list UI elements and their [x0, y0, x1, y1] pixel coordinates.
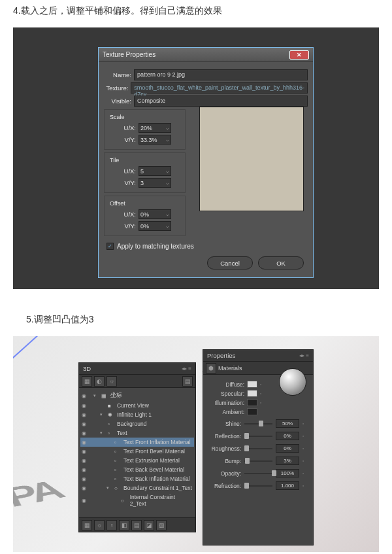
tree-item[interactable]: ◉▫Text Back Inflation Material	[80, 474, 194, 483]
tree-item[interactable]: ◉▾▦坐标	[80, 390, 194, 401]
tree-item[interactable]: ◉▾○Boundary Constraint 1_Text	[80, 483, 194, 493]
name-input[interactable]: pattern oro 9 2.jpg	[134, 69, 308, 80]
dialog-titlebar[interactable]: Texture Properties ✕	[99, 48, 313, 62]
folder-icon[interactable]: ▫	[302, 421, 308, 426]
folder-icon[interactable]: ▫	[260, 391, 265, 396]
diffuse-swatch[interactable]	[247, 381, 257, 388]
bump-row: Bump:3%▫	[208, 457, 308, 465]
visibility-icon[interactable]: ◉	[82, 449, 88, 455]
panel-properties: Properties◂▸ ≡ ⬢ Materials Diffuse:▫ Spe…	[203, 349, 314, 545]
visibility-icon[interactable]: ◉	[82, 430, 88, 436]
offset-group: Offset U/X:0% V/Y:0%	[104, 196, 186, 236]
tree-item[interactable]: ◉▫Text Back Bevel Material	[80, 465, 194, 474]
materials-icon[interactable]: ⬢	[206, 363, 216, 373]
folder-icon[interactable]: ▫	[260, 382, 265, 387]
tree-item[interactable]: ◉▫Text Extrusion Material	[80, 456, 194, 465]
texture-preview	[199, 107, 304, 211]
visible-select[interactable]: Composite	[134, 95, 308, 107]
reflection-row: Reflection:0%▫	[208, 432, 308, 440]
roughness-slider[interactable]	[244, 448, 272, 449]
refraction-slider[interactable]	[244, 485, 272, 487]
visibility-icon[interactable]: ◉	[82, 412, 88, 418]
footer-tool-icon[interactable]: ♀	[106, 520, 117, 530]
filter-material-icon[interactable]: ◐	[94, 376, 105, 387]
bump-value[interactable]: 3%	[276, 457, 299, 465]
folder-icon[interactable]: ▫	[302, 434, 308, 438]
footer-tool-icon[interactable]: ◧	[119, 520, 129, 530]
visibility-icon[interactable]: ◉	[82, 498, 88, 504]
tree-label: 坐标	[110, 392, 122, 400]
checkbox-icon[interactable]: ✓	[106, 243, 114, 250]
panel-3d-header[interactable]: 3D◂▸ ≡	[79, 363, 195, 375]
panel-menu-icon[interactable]: ◂▸ ≡	[182, 366, 191, 372]
viewport-3d[interactable]	[13, 336, 379, 552]
visibility-icon[interactable]: ◉	[82, 403, 88, 409]
tree-item[interactable]: ◉▾✺Infinite Light 1	[80, 410, 194, 419]
dialog-title: Texture Properties	[103, 51, 289, 58]
texture-input[interactable]: smooth_stucco_flat_white_paint_plaster_w…	[131, 82, 308, 94]
visibility-icon[interactable]: ◉	[82, 458, 88, 464]
reflection-slider[interactable]	[244, 436, 272, 437]
footer-tool-icon[interactable]: ▤	[131, 520, 142, 530]
roughness-row: Roughness:0%▫	[208, 444, 308, 453]
bump-slider[interactable]	[244, 460, 272, 462]
apply-checkbox-row[interactable]: ✓ Apply to matching textures	[106, 243, 305, 250]
roughness-value[interactable]: 0%	[276, 444, 299, 453]
scale-vy-input[interactable]: 33.3%	[139, 135, 171, 145]
tree-label: Text Front Bevel Material	[123, 448, 185, 455]
tree-item[interactable]: ◉▫Text Front Bevel Material	[80, 447, 194, 456]
visibility-icon[interactable]: ◉	[82, 476, 88, 482]
folder-icon[interactable]: ▫	[260, 400, 265, 405]
folder-icon[interactable]: ▫	[302, 471, 308, 476]
illumination-swatch[interactable]	[247, 399, 257, 406]
filter-light-icon[interactable]: ☼	[106, 376, 117, 387]
panel-menu-icon[interactable]: ◂▸ ≡	[299, 353, 309, 358]
ambient-label: Ambient:	[208, 409, 244, 415]
shine-label: Shine:	[208, 421, 241, 427]
specular-swatch[interactable]	[247, 390, 257, 397]
footer-tool-icon[interactable]: ▦	[82, 520, 92, 530]
reflection-value[interactable]: 0%	[276, 432, 299, 440]
shine-slider[interactable]	[244, 423, 272, 424]
refraction-value[interactable]: 1.000	[276, 481, 299, 490]
tile-vy-input[interactable]: 3	[139, 178, 171, 188]
tree-item[interactable]: ◉▾▫Text	[80, 428, 194, 438]
screenshot-1: Texture Properties ✕ Name:pattern oro 9 …	[13, 27, 379, 289]
folder-icon[interactable]: ▫	[302, 459, 308, 463]
shine-value[interactable]: 50%	[276, 419, 299, 428]
visibility-icon[interactable]: ◉	[82, 467, 88, 473]
material-preview-sphere[interactable]	[279, 368, 306, 396]
cancel-button[interactable]: Cancel	[207, 256, 253, 269]
visibility-icon[interactable]: ◉	[82, 393, 88, 399]
refraction-row: Refraction:1.000▫	[208, 481, 308, 490]
tree-item[interactable]: ◉▫Background	[80, 419, 194, 428]
visibility-icon[interactable]: ◉	[82, 421, 88, 427]
opacity-slider[interactable]	[244, 473, 272, 474]
folder-icon[interactable]: ▫	[302, 446, 308, 451]
panel-prop-header[interactable]: Properties◂▸ ≡	[203, 350, 313, 362]
refraction-label: Refraction:	[208, 483, 241, 489]
close-button[interactable]: ✕	[289, 50, 309, 60]
tile-group: Tile U/X:5 V/Y:3	[104, 152, 186, 193]
materials-label: Materials	[218, 365, 242, 372]
footer-tool-icon[interactable]: ☼	[94, 520, 105, 530]
tree-item[interactable]: ◉▫Text Front Inflation Material	[80, 438, 194, 447]
scale-group: Scale U/X:20% V/Y:33.3%	[104, 109, 186, 150]
footer-tool-icon[interactable]: ◪	[144, 520, 154, 530]
ambient-swatch[interactable]	[247, 408, 257, 415]
opacity-value[interactable]: 100%	[276, 469, 299, 477]
filter-mesh-icon[interactable]: ▦	[82, 376, 92, 387]
scale-ux-input[interactable]: 20%	[139, 123, 171, 133]
scene-icon[interactable]: ▤	[182, 376, 193, 387]
folder-icon[interactable]: ▫	[302, 483, 308, 488]
footer-tool-icon[interactable]: ▧	[156, 520, 167, 530]
tile-ux-input[interactable]: 5	[139, 166, 171, 176]
tree-item[interactable]: ◉■Current View	[80, 401, 194, 410]
offset-ux-input[interactable]: 0%	[139, 209, 171, 219]
tree-item[interactable]: ◉○Internal Constraint 2_Text	[80, 493, 194, 508]
offset-vy-input[interactable]: 0%	[139, 221, 171, 231]
ok-button[interactable]: OK	[258, 256, 304, 269]
panel-3d-title: 3D	[83, 365, 91, 372]
visibility-icon[interactable]: ◉	[82, 485, 88, 491]
visibility-icon[interactable]: ◉	[82, 440, 88, 445]
